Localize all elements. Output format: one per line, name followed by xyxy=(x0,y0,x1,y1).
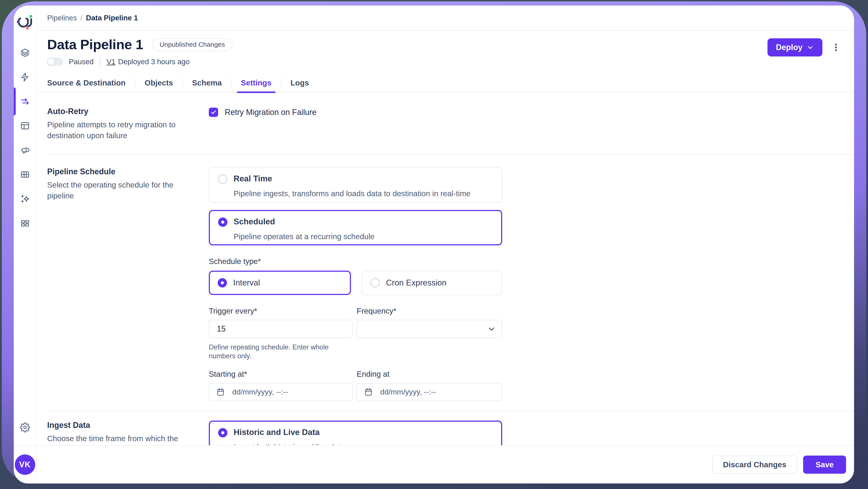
sidebar-item-pipelines[interactable] xyxy=(14,89,36,114)
breadcrumb: Pipelines / Data Pipeline 1 xyxy=(36,5,854,31)
tab-logs[interactable]: Logs xyxy=(281,73,318,92)
section-title: Ingest Data xyxy=(47,421,198,430)
schedule-type-options: Interval Cron Expression xyxy=(209,271,502,295)
sidebar-item-apps[interactable] xyxy=(14,211,36,236)
title-row: Data Pipeline 1 Unpublished Changes xyxy=(47,36,841,52)
tab-source-destination[interactable]: Source & Destination xyxy=(47,73,135,92)
sidebar-item-ai-features[interactable] xyxy=(14,187,36,211)
layers-icon xyxy=(20,48,30,58)
pipeline-schedule-labels: Pipeline Schedule Select the operating s… xyxy=(47,167,198,401)
ending-at-label: Ending at xyxy=(357,370,502,378)
section-description: Pipeline attempts to retry migration to … xyxy=(47,119,189,141)
user-avatar[interactable]: VK xyxy=(15,454,35,475)
deploy-button[interactable]: Deploy xyxy=(768,38,823,57)
pipeline-schedule-section: Pipeline Schedule Select the operating s… xyxy=(47,155,854,411)
date-inputs-row xyxy=(209,383,502,401)
kebab-menu-icon xyxy=(831,42,841,52)
more-options-button[interactable] xyxy=(830,38,841,57)
main-panel: Pipelines / Data Pipeline 1 Data Pipelin… xyxy=(36,5,854,484)
sidebar-item-layers[interactable] xyxy=(14,40,36,65)
sidebar-item-announcements[interactable] xyxy=(14,138,36,162)
footer-bar: Discard Changes Save xyxy=(36,445,854,484)
tab-schema[interactable]: Schema xyxy=(183,73,231,92)
deployed-status-text: Deployed 3 hours ago xyxy=(118,58,190,66)
save-button[interactable]: Save xyxy=(803,456,846,474)
date-labels-row: Starting at* Ending at xyxy=(209,370,502,378)
option-title: Scheduled xyxy=(234,217,374,226)
sidebar-nav xyxy=(14,40,36,236)
section-description: Choose the time frame from which the pip… xyxy=(47,433,189,445)
pipelines-arrows-icon xyxy=(20,96,30,106)
status-row: Paused V1 Deployed 3 hours ago xyxy=(47,56,841,67)
option-description: Pipeline operates at a recurring schedul… xyxy=(234,232,374,241)
settings-content: Auto-Retry Pipeline attempts to retry mi… xyxy=(36,93,854,445)
option-description: Pipeline ingests, transforms and loads d… xyxy=(234,189,470,198)
interval-inputs-row xyxy=(209,320,502,338)
divider xyxy=(100,57,100,66)
ending-at-input[interactable] xyxy=(357,383,502,401)
app-logo[interactable] xyxy=(15,12,35,33)
header-actions: Deploy xyxy=(768,38,841,57)
auto-retry-fields: Retry Migration on Failure xyxy=(209,107,502,141)
sidebar-item-models[interactable] xyxy=(14,162,36,187)
tab-objects[interactable]: Objects xyxy=(135,73,182,92)
radio-unselected-icon[interactable] xyxy=(218,175,227,184)
unpublished-changes-badge: Unpublished Changes xyxy=(152,38,232,51)
trigger-every-label: Trigger every* xyxy=(209,307,353,315)
schedule-type-label: Schedule type* xyxy=(209,257,502,266)
chevron-down-icon xyxy=(487,325,496,333)
retry-checkbox[interactable] xyxy=(209,108,218,117)
frequency-select[interactable] xyxy=(357,320,502,338)
pause-toggle[interactable] xyxy=(47,58,63,66)
check-icon xyxy=(210,109,217,115)
section-title: Pipeline Schedule xyxy=(47,167,198,176)
scheduled-option-card[interactable]: Scheduled Pipeline operates at a recurri… xyxy=(209,210,502,245)
option-texts: Scheduled Pipeline operates at a recurri… xyxy=(234,217,374,244)
table-grid-icon xyxy=(20,170,30,180)
zap-icon xyxy=(20,72,30,82)
interval-option-card[interactable]: Interval xyxy=(209,271,351,295)
retry-checkbox-label: Retry Migration on Failure xyxy=(225,108,316,117)
historic-live-option-card[interactable]: Historic and Live Data Ingest both histo… xyxy=(209,421,502,445)
section-title: Auto-Retry xyxy=(47,107,198,116)
page-title: Data Pipeline 1 xyxy=(47,36,143,52)
starting-at-input[interactable] xyxy=(209,383,353,401)
option-title: Interval xyxy=(233,278,260,287)
trigger-helper-text: Define repeating schedule. Enter whole n… xyxy=(209,343,355,361)
tab-settings[interactable]: Settings xyxy=(231,73,281,92)
starting-at-field xyxy=(209,383,353,401)
toggle-knob xyxy=(48,58,55,65)
cron-expression-option-card[interactable]: Cron Expression xyxy=(362,271,502,295)
option-texts: Real Time Pipeline ingests, transforms a… xyxy=(234,174,470,202)
deploy-button-label: Deploy xyxy=(776,43,802,52)
megaphone-icon xyxy=(20,145,30,155)
sparkles-icon xyxy=(20,194,30,204)
sidebar-item-settings[interactable] xyxy=(14,415,36,439)
radio-unselected-icon[interactable] xyxy=(370,278,380,287)
breadcrumb-pipelines-link[interactable]: Pipelines xyxy=(47,14,77,22)
app-window: VK Pipelines / Data Pipeline 1 Data Pipe… xyxy=(14,5,854,484)
option-title: Historic and Live Data xyxy=(234,428,345,437)
trigger-every-input[interactable] xyxy=(209,320,353,338)
auto-retry-labels: Auto-Retry Pipeline attempts to retry mi… xyxy=(47,107,198,141)
option-title: Real Time xyxy=(234,174,470,183)
ending-at-field xyxy=(357,383,502,401)
pause-state-label: Paused xyxy=(69,58,94,66)
desktop-background: VK Pipelines / Data Pipeline 1 Data Pipe… xyxy=(0,0,868,489)
sidebar-footer: VK xyxy=(14,445,36,484)
radio-selected-icon[interactable] xyxy=(218,428,227,437)
sidebar-item-workbench[interactable] xyxy=(14,114,36,138)
radio-selected-icon[interactable] xyxy=(218,217,227,227)
retry-checkbox-row[interactable]: Retry Migration on Failure xyxy=(209,108,502,117)
real-time-option-card[interactable]: Real Time Pipeline ingests, transforms a… xyxy=(209,167,502,203)
discard-changes-button[interactable]: Discard Changes xyxy=(712,456,797,474)
version-link[interactable]: V1 xyxy=(106,58,115,66)
gear-icon xyxy=(20,422,30,432)
radio-selected-icon[interactable] xyxy=(218,278,227,287)
pipeline-schedule-fields: Real Time Pipeline ingests, transforms a… xyxy=(209,167,502,401)
breadcrumb-separator: / xyxy=(81,14,82,22)
ingest-data-labels: Ingest Data Choose the time frame from w… xyxy=(47,421,198,445)
option-title: Cron Expression xyxy=(386,278,446,287)
sidebar-item-activity[interactable] xyxy=(14,65,36,89)
panel-layout-icon xyxy=(20,121,30,131)
